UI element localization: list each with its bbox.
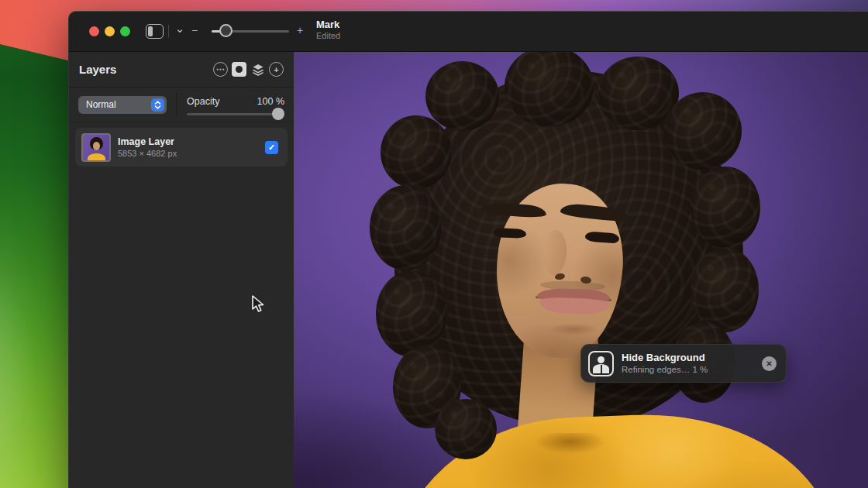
zoom-out-button[interactable]: − xyxy=(191,24,198,36)
person-icon-line xyxy=(601,365,602,373)
portrait-eye-left xyxy=(494,228,527,239)
layer-name: Image Layer xyxy=(118,136,177,148)
hair-curl xyxy=(370,185,441,270)
opacity-slider-knob[interactable] xyxy=(272,108,284,120)
hair-curl xyxy=(691,167,760,248)
sidebar-toggle-pane xyxy=(148,26,153,36)
toast-title: Hide Background xyxy=(622,351,708,364)
thumbnail-shirt xyxy=(88,153,105,162)
layer-dimensions: 5853 × 4682 px xyxy=(118,148,177,159)
hair-curl xyxy=(376,270,447,357)
hair-curl xyxy=(664,92,742,170)
portrait-chin-shadow xyxy=(549,323,599,335)
dropdown-chevrons-icon xyxy=(151,98,164,112)
person-cutout-icon xyxy=(588,351,614,376)
titlebar: ⌄ − + Mark Edited xyxy=(69,12,868,52)
opacity-control: Opacity 100 % xyxy=(187,95,284,115)
layers-stack-icon[interactable] xyxy=(250,62,265,77)
toast-status: Refining edges… 1 % xyxy=(622,364,708,376)
mouse-cursor xyxy=(251,295,268,317)
chevron-down-icon[interactable]: ⌄ xyxy=(173,22,187,36)
document-title: Mark xyxy=(316,19,340,31)
zoom-in-button[interactable]: + xyxy=(297,24,303,36)
hide-background-toast: Hide Background Refining edges… 1 % ✕ xyxy=(580,344,787,383)
layer-thumbnail[interactable] xyxy=(81,133,111,162)
add-layer-icon[interactable]: + xyxy=(269,62,284,77)
toolbar-divider xyxy=(168,25,169,38)
hair-curl xyxy=(425,61,499,131)
layers-panel-title: Layers xyxy=(79,63,116,76)
layers-panel-header: Layers ⋯ + xyxy=(69,52,294,88)
zoom-window-button[interactable] xyxy=(120,26,130,36)
hair-curl xyxy=(691,247,759,332)
hair-curl xyxy=(381,115,452,189)
person-icon-head xyxy=(598,356,604,363)
layers-sidebar: Layers ⋯ + Normal xyxy=(69,52,294,488)
thumbnail-face xyxy=(93,142,100,150)
portrait-neckline-shadow xyxy=(523,433,618,462)
desktop: ⌄ − + Mark Edited Layers ⋯ xyxy=(0,0,868,488)
blend-mode-dropdown[interactable]: Normal xyxy=(78,96,167,114)
wallpaper-green-hills xyxy=(0,0,74,488)
hair-curl xyxy=(435,399,497,459)
toast-close-button[interactable]: ✕ xyxy=(762,356,777,371)
canvas[interactable]: Hide Background Refining edges… 1 % ✕ xyxy=(294,52,868,488)
mask-icon-dot xyxy=(236,66,243,73)
mask-icon[interactable] xyxy=(232,62,246,77)
zoom-slider-knob[interactable] xyxy=(219,24,232,37)
sidebar-toggle-icon[interactable] xyxy=(146,24,164,39)
more-options-icon[interactable]: ⋯ xyxy=(213,62,228,77)
close-window-button[interactable] xyxy=(89,26,99,36)
blend-mode-value: Normal xyxy=(86,99,116,110)
layer-meta: Image Layer 5853 × 4682 px xyxy=(118,136,177,160)
document-status: Edited xyxy=(316,31,340,42)
document-title-block: Mark Edited xyxy=(316,19,340,42)
row-divider xyxy=(176,93,177,116)
opacity-value: 100 % xyxy=(257,96,284,107)
blend-opacity-row: Normal Opacity 100 % xyxy=(69,88,294,122)
layer-visibility-checkbox[interactable]: ✓ xyxy=(265,141,278,154)
minimize-window-button[interactable] xyxy=(105,26,115,36)
opacity-slider[interactable] xyxy=(187,113,283,115)
layer-row-image-layer[interactable]: Image Layer 5853 × 4682 px ✓ xyxy=(75,128,288,167)
editor-window: ⌄ − + Mark Edited Layers ⋯ xyxy=(68,11,868,488)
opacity-label: Opacity xyxy=(187,96,219,107)
